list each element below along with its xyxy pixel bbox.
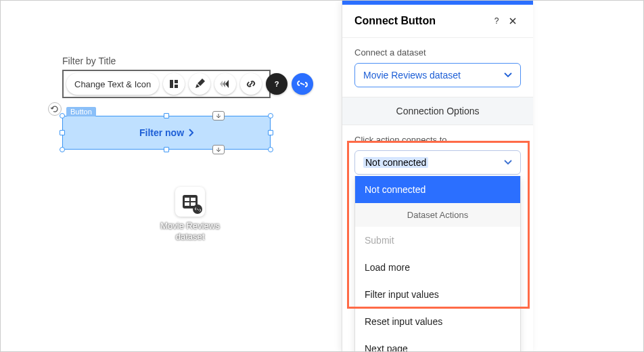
spacing-handle-top[interactable] <box>212 111 225 120</box>
panel-header: Connect Button ? <box>342 5 533 38</box>
chevron-down-icon <box>504 72 512 78</box>
click-action-label: Click action connects to <box>354 135 521 145</box>
svg-rect-1 <box>175 80 178 83</box>
animation-icon[interactable] <box>214 73 236 95</box>
element-toolbar: Change Text & Icon ? <box>66 73 313 95</box>
connect-dataset-label: Connect a dataset <box>354 47 521 58</box>
layout-icon[interactable] <box>163 73 185 95</box>
resize-handle[interactable] <box>268 147 273 152</box>
design-icon[interactable] <box>189 73 210 95</box>
connection-options-header: Connection Options <box>342 97 533 125</box>
button-content: Filter now <box>63 116 270 149</box>
svg-text:?: ? <box>495 16 499 26</box>
button-element-selected[interactable]: Button Filter now <box>62 116 271 150</box>
svg-text:?: ? <box>275 80 279 88</box>
resize-handle[interactable] <box>60 147 65 152</box>
connect-dataset-section: Connect a dataset Movie Reviews dataset <box>342 38 533 97</box>
svg-rect-7 <box>185 202 189 206</box>
connect-dataset-value: Movie Reviews dataset <box>363 70 461 81</box>
resize-handle[interactable] <box>268 113 273 118</box>
menu-item-not-connected[interactable]: Not connected <box>355 176 520 203</box>
close-icon[interactable] <box>505 13 521 29</box>
svg-rect-6 <box>191 198 196 201</box>
dataset-icon <box>175 187 205 217</box>
link-icon[interactable] <box>240 73 262 95</box>
resize-handle[interactable] <box>164 113 169 118</box>
menu-section-header: Dataset Actions <box>355 203 520 227</box>
element-type-chip: Button <box>66 107 96 116</box>
resize-handle[interactable] <box>268 130 273 135</box>
svg-rect-2 <box>175 85 178 88</box>
click-action-dropdown[interactable]: Not connected <box>354 150 521 175</box>
spacing-handle-bottom[interactable] <box>212 145 225 154</box>
connect-data-icon[interactable] <box>292 73 313 95</box>
connect-dataset-dropdown[interactable]: Movie Reviews dataset <box>354 63 521 87</box>
change-text-icon-button[interactable]: Change Text & Icon <box>66 73 159 95</box>
panel-help-icon[interactable]: ? <box>488 13 505 29</box>
click-action-value: Not connected <box>363 157 428 168</box>
connect-badge-icon <box>193 204 202 214</box>
help-icon[interactable]: ? <box>266 73 288 95</box>
click-action-menu: Not connected Dataset Actions Submit Loa… <box>354 176 521 352</box>
menu-item-filter-input[interactable]: Filter input values <box>355 281 520 308</box>
menu-item-load-more[interactable]: Load more <box>355 254 520 281</box>
panel-title: Connect Button <box>354 15 488 27</box>
button-label: Filter now <box>139 127 184 138</box>
editor-canvas: Filter by Title Change Text & Icon ? But… <box>1 1 643 351</box>
chevron-right-icon <box>188 129 193 137</box>
filter-by-title-label: Filter by Title <box>62 56 116 66</box>
resize-handle[interactable] <box>164 147 169 152</box>
menu-item-next-page[interactable]: Next page <box>355 335 520 352</box>
connect-button-panel: Connect Button ? Connect a dataset Movie… <box>342 1 533 352</box>
resize-handle[interactable] <box>60 113 65 118</box>
dataset-name-label: Movie Reviews dataset <box>153 221 227 242</box>
chevron-down-icon <box>504 160 512 165</box>
menu-item-reset-input[interactable]: Reset input values <box>355 308 520 335</box>
click-action-section: Click action connects to Not connected N… <box>342 125 533 175</box>
resize-handle[interactable] <box>60 130 65 135</box>
svg-rect-0 <box>170 80 173 88</box>
svg-rect-5 <box>185 198 189 201</box>
menu-item-submit: Submit <box>355 227 520 254</box>
dataset-node[interactable]: Movie Reviews dataset <box>153 187 227 242</box>
